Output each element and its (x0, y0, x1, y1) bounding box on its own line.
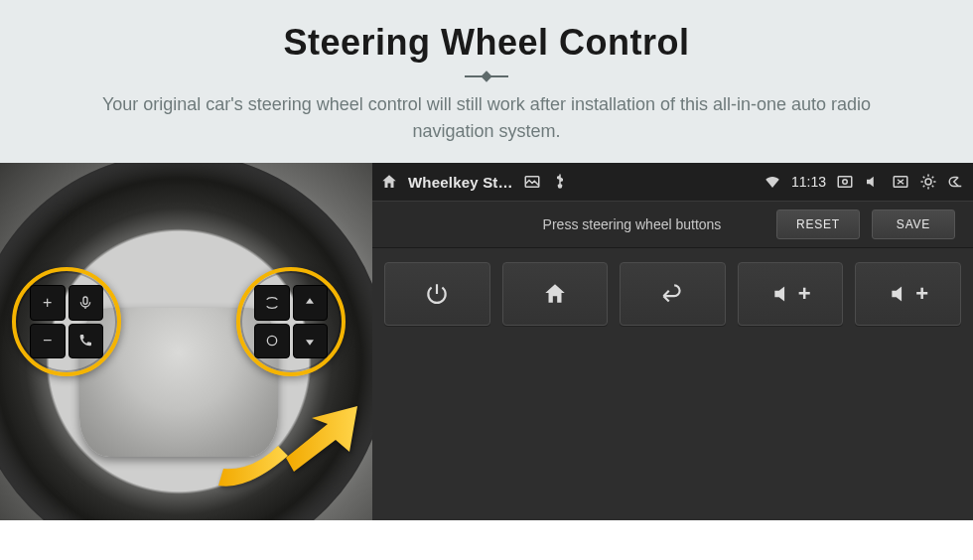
return-icon (659, 281, 685, 307)
wheel-left-cluster-highlight: + − (12, 267, 121, 376)
svg-point-1 (267, 337, 276, 346)
wifi-icon (764, 173, 781, 191)
page-subtitle: Your original car's steering wheel contr… (60, 91, 913, 145)
reset-button[interactable]: RESET (776, 210, 860, 239)
key-home[interactable] (502, 262, 609, 326)
key-grid: + + (372, 248, 973, 520)
brightness-icon[interactable] (919, 173, 937, 191)
status-bar: Wheelkey St… 11:13 (372, 163, 973, 201)
phone-icon (77, 333, 93, 349)
wheel-btn-minus: − (30, 324, 66, 359)
home-icon (542, 281, 568, 307)
svg-rect-0 (83, 297, 87, 304)
headunit-screen: Wheelkey St… 11:13 (372, 163, 973, 520)
key-volume-up-a[interactable]: + (738, 262, 844, 326)
wheel-btn-plus: + (30, 285, 66, 321)
callout-arrow (208, 406, 357, 495)
steering-wheel-photo: + − (0, 163, 372, 520)
source-icon (264, 333, 280, 349)
screenshot-icon[interactable] (836, 173, 854, 191)
down-icon (302, 333, 318, 349)
statusbar-time: 11:13 (791, 174, 826, 190)
volume-up-icon: + (888, 281, 928, 307)
key-back[interactable] (620, 262, 726, 326)
voice-icon (77, 295, 93, 311)
key-volume-up-b[interactable]: + (855, 262, 961, 326)
mute-icon[interactable] (864, 173, 882, 191)
page-title: Steering Wheel Control (30, 22, 943, 64)
wheel-btn-voice (69, 285, 104, 321)
wheel-btn-source (254, 324, 290, 359)
home-icon[interactable] (380, 173, 398, 191)
mode-icon (264, 295, 280, 311)
up-icon (302, 295, 318, 311)
usb-icon (551, 173, 569, 191)
wheel-btn-phone (69, 324, 104, 359)
statusbar-app-title: Wheelkey St… (408, 174, 513, 191)
svg-point-6 (925, 179, 931, 185)
hero-section: Steering Wheel Control Your original car… (0, 0, 973, 163)
wheel-btn-mode (254, 285, 290, 321)
title-divider (465, 75, 508, 77)
wheel-btn-down (293, 324, 329, 359)
picture-icon (523, 173, 541, 191)
power-icon (424, 281, 450, 307)
content-row: + − (0, 163, 973, 520)
close-screen-icon[interactable] (892, 173, 909, 191)
toolbar: Press steering wheel buttons RESET SAVE (372, 201, 973, 248)
save-button[interactable]: SAVE (872, 210, 955, 239)
wheel-btn-up (293, 285, 329, 321)
back-icon[interactable] (947, 173, 965, 191)
svg-point-4 (843, 180, 848, 185)
instruction-text: Press steering wheel buttons (390, 216, 764, 232)
svg-rect-3 (838, 177, 852, 188)
volume-up-icon: + (770, 281, 811, 307)
key-power[interactable] (384, 262, 490, 326)
wheel-right-cluster-highlight (236, 267, 346, 376)
